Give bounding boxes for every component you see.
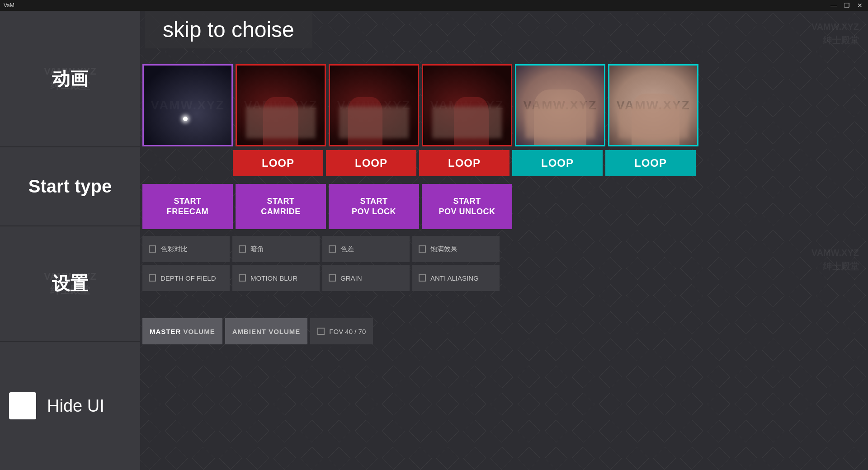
checkbox-dof[interactable] (149, 274, 156, 282)
skip-label: skip to choise (163, 18, 294, 42)
master-volume-button[interactable]: MASTER VOLUME (142, 318, 222, 344)
ambient-volume-label: AMBIENT VOLUME (232, 328, 301, 335)
sidebar-animation[interactable]: VAMW.XYZ绅士殿堂 动画 (0, 11, 140, 146)
settings-row-1: 色彩对比 暗角 色差 饱满效果 (142, 236, 500, 262)
setting-anti-aliasing[interactable]: ANTI ALIASING (412, 265, 500, 291)
start-freecam-button[interactable]: STARTFREECAM (142, 184, 233, 229)
fov-cell[interactable]: FOV 40 / 70 (310, 318, 373, 344)
app-title: VaM (4, 2, 14, 9)
setting-dof[interactable]: DEPTH OF FIELD (142, 265, 230, 291)
maximize-button[interactable]: ❐ (842, 2, 852, 9)
checkbox-vignette[interactable] (239, 245, 246, 253)
hide-ui-icon (9, 392, 36, 419)
thumbnail-6[interactable]: VAMW.XYZ (608, 64, 698, 146)
setting-vignette[interactable]: 暗角 (232, 236, 320, 262)
sidebar-settings[interactable]: VAMW.XYZ绅士殿堂 设置 (0, 226, 140, 341)
close-button[interactable]: ✕ (855, 2, 864, 9)
checkbox-fov[interactable] (317, 328, 325, 335)
label-vignette: 暗角 (250, 245, 264, 254)
setting-motion-blur[interactable]: MOTION BLUR (232, 265, 320, 291)
settings-row-2: DEPTH OF FIELD MOTION BLUR GRAIN ANTI AL… (142, 265, 500, 291)
thumbnail-3[interactable]: VAMW.XYZ (329, 64, 419, 146)
master-volume-label: MASTER VOLUME (150, 328, 215, 335)
start-camride-button[interactable]: STARTCAMRIDE (236, 184, 326, 229)
main-content: VAMW.XYZ VAMW.XYZ VAMW.XYZ VAMW.XYZ (140, 11, 868, 470)
ambient-volume-button[interactable]: AMBIENT VOLUME (225, 318, 308, 344)
sidebar-hideui[interactable]: Hide UI (0, 341, 140, 470)
label-grain: GRAIN (340, 274, 362, 282)
sidebar-starttype: Start type (0, 146, 140, 226)
sidebar-animation-label: 动画 (52, 66, 88, 91)
label-saturation: 饱满效果 (430, 245, 458, 254)
label-motion-blur: MOTION BLUR (250, 274, 297, 282)
checkbox-saturation[interactable] (419, 245, 426, 253)
setting-color-contrast[interactable]: 色彩对比 (142, 236, 230, 262)
loop-button-3[interactable]: LOOP (326, 150, 416, 176)
start-pov-unlock-button[interactable]: STARTPOV UNLOCK (422, 184, 512, 229)
title-bar-left: VaM (4, 2, 14, 9)
setting-saturation[interactable]: 饱满效果 (412, 236, 500, 262)
setting-grain[interactable]: GRAIN (322, 265, 410, 291)
start-pov-lock-button[interactable]: STARTPOV LOCK (329, 184, 419, 229)
loop-button-2[interactable]: LOOP (233, 150, 323, 176)
fov-label: FOV 40 / 70 (329, 328, 366, 335)
thumbnail-5[interactable]: VAMW.XYZ (515, 64, 605, 146)
title-bar-controls: — ❐ ✕ (829, 2, 864, 9)
label-anti-aliasing: ANTI ALIASING (430, 274, 479, 282)
sidebar-starttype-label: Start type (28, 176, 112, 197)
loop-button-4[interactable]: LOOP (419, 150, 509, 176)
label-color-contrast: 色彩对比 (160, 245, 188, 254)
checkbox-grain[interactable] (329, 274, 336, 282)
setting-chromatic[interactable]: 色差 (322, 236, 410, 262)
sidebar-hideui-label: Hide UI (47, 396, 104, 416)
checkbox-chromatic[interactable] (329, 245, 336, 253)
loop-button-6[interactable]: LOOP (605, 150, 696, 176)
label-chromatic: 色差 (340, 245, 354, 254)
thumbnail-1[interactable]: VAMW.XYZ (142, 64, 233, 146)
minimize-button[interactable]: — (829, 2, 839, 9)
label-dof: DEPTH OF FIELD (160, 274, 216, 282)
sidebar: VAMW.XYZ绅士殿堂 动画 Start type VAMW.XYZ绅士殿堂 … (0, 11, 140, 470)
title-bar: VaM — ❐ ✕ (0, 0, 868, 11)
loop-button-5[interactable]: LOOP (512, 150, 603, 176)
skip-header: skip to choise (145, 11, 312, 48)
settings-grid: 色彩对比 暗角 色差 饱满效果 DEPTH OF FIELD MOTI (142, 236, 500, 294)
starttype-row: STARTFREECAM STARTCAMRIDE STARTPOV LOCK … (142, 184, 512, 229)
loop-row: LOOP LOOP LOOP LOOP LOOP (233, 150, 696, 176)
thumbnail-4[interactable]: VAMW.XYZ (422, 64, 512, 146)
checkbox-motion-blur[interactable] (239, 274, 246, 282)
thumbnail-2[interactable]: VAMW.XYZ (236, 64, 326, 146)
checkbox-color-contrast[interactable] (149, 245, 156, 253)
main-watermark-2: VAMW.XYZ绅士殿堂 (811, 246, 859, 273)
bottom-controls: MASTER VOLUME AMBIENT VOLUME FOV 40 / 70 (142, 318, 373, 344)
checkbox-anti-aliasing[interactable] (419, 274, 426, 282)
sidebar-settings-label: 设置 (52, 271, 88, 296)
